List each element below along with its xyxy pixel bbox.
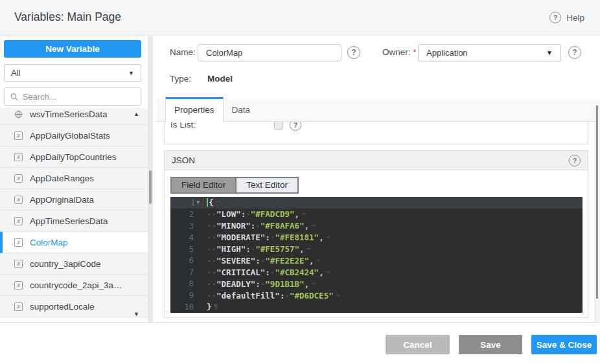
token-punct: : (251, 221, 256, 231)
content-scrollbar-thumb[interactable] (596, 106, 598, 299)
token-punct: : (241, 209, 246, 219)
json-code-editor[interactable]: 1▼{¬2··"LOW":·"#FADCD9",¬3··"MINOR":·"#F… (170, 197, 583, 313)
line-number: 2 (170, 209, 202, 220)
scroll-up-icon[interactable]: ▲ (133, 111, 139, 117)
tab-data[interactable]: Data (224, 99, 259, 122)
sidebar-item-AppDailyGlobalStats[interactable]: xAppDailyGlobalStats (0, 125, 148, 146)
save-button[interactable]: Save (459, 335, 522, 354)
line-number: 5 (170, 244, 202, 255)
sidebar-item-label: ColorMap (30, 238, 68, 247)
variable-list: wsvTimeSeriesDataxAppDailyGlobalStatsxAp… (0, 108, 148, 317)
token-brace: } (207, 302, 212, 312)
variable-icon: x (14, 238, 23, 247)
token-punct: , (305, 221, 310, 231)
action-footer: Cancel Save Save & Close (0, 322, 600, 364)
text-editor-button[interactable]: Text Editor (235, 178, 297, 192)
code-line-5[interactable]: 5··"HIGH":·"#FE5757",¬ (170, 244, 583, 255)
token-key: "defaultFill" (216, 291, 280, 301)
sidebar-item-countrycode_2api_3a[interactable]: xcountrycode_2api_3a… (0, 275, 148, 296)
token-ws: · (255, 221, 260, 231)
variable-icon: x (14, 174, 23, 183)
code-line-1[interactable]: 1▼{¬ (170, 197, 583, 209)
code-text: ··"defaultFill":·"#D6DCE5"¬ (202, 291, 340, 301)
globe-icon (14, 110, 23, 119)
content-scrollbar[interactable] (595, 106, 600, 322)
token-ws: ·· (207, 221, 216, 231)
line-number: 7 (170, 266, 202, 278)
code-line-6[interactable]: 6··"SEVERE":·"#FE2E2E",¬ (170, 255, 583, 266)
sidebar-item-label: supportedLocale (30, 302, 95, 312)
token-punct: : (265, 233, 270, 242)
cancel-button[interactable]: Cancel (386, 335, 450, 354)
sidebar-scrollbar[interactable] (148, 36, 153, 322)
token-mark: ¬ (326, 233, 330, 242)
sidebar-item-label: country_3apiCode (30, 259, 101, 269)
sidebar-item-ColorMap[interactable]: xColorMap (0, 232, 148, 253)
code-text: ··"MINOR":·"#F8AFA6",¬ (202, 221, 316, 231)
name-input[interactable] (198, 44, 341, 62)
field-editor-button[interactable]: Field Editor (172, 178, 235, 192)
is-list-help-icon[interactable]: ? (290, 122, 301, 131)
owner-select[interactable]: Application ▼ (418, 44, 561, 62)
code-line-4[interactable]: 4··"MODERATE":·"#FE8181",¬ (170, 232, 583, 244)
sidebar-item-supportedLocale[interactable]: xsupportedLocale (0, 296, 148, 317)
variable-icon: x (14, 131, 23, 140)
variable-filter-dropdown[interactable]: All ▼ (4, 64, 141, 82)
sidebar-item-AppOriginalData[interactable]: xAppOriginalData (0, 189, 148, 210)
search-icon (10, 93, 18, 101)
token-ws: · (260, 279, 266, 289)
variable-icon: x (14, 153, 23, 161)
name-help-icon[interactable]: ? (347, 46, 360, 59)
sidebar-item-label: AppDailyTopCountries (30, 152, 117, 162)
token-ws: ·· (207, 267, 216, 277)
line-number: 10 (170, 301, 202, 313)
scroll-down-icon[interactable]: ▼ (133, 311, 139, 317)
code-line-10[interactable]: 10}¶ (170, 301, 583, 313)
save-and-close-button[interactable]: Save & Close (531, 335, 597, 354)
page-title: Variables: Main Page (14, 10, 121, 24)
code-line-8[interactable]: 8··"DEADLY":·"9D1B1B",¬ (170, 278, 583, 290)
token-punct: : (246, 244, 251, 254)
token-ws: · (270, 233, 275, 242)
owner-help-icon[interactable]: ? (568, 46, 581, 59)
token-punct: , (319, 267, 324, 277)
token-punct: , (295, 209, 300, 219)
sidebar-scrollbar-thumb[interactable] (149, 170, 152, 204)
sidebar-item-AppDailyTopCountries[interactable]: xAppDailyTopCountries (0, 146, 148, 168)
sidebar-item-AppTimeSeriesData[interactable]: xAppTimeSeriesData (0, 210, 148, 232)
owner-label: Owner:* (382, 44, 417, 61)
search-input[interactable] (23, 92, 135, 102)
variable-icon: x (14, 196, 23, 204)
sidebar-item-AppDateRanges[interactable]: xAppDateRanges (0, 168, 148, 189)
text-caret (207, 198, 208, 207)
code-line-3[interactable]: 3··"MINOR":·"#F8AFA6",¬ (170, 220, 583, 232)
sidebar-item-country_3apiCode[interactable]: xcountry_3apiCode (0, 253, 148, 275)
variables-editor-window: Variables: Main Page ? Help New Variable… (0, 0, 600, 364)
is-list-panel: Is List: ? (164, 122, 588, 144)
code-text: }¶ (202, 302, 218, 312)
code-line-7[interactable]: 7··"CRITICAL":·"#CB2424",¬ (170, 266, 583, 278)
chevron-down-icon: ▼ (546, 49, 553, 56)
token-mark: ¬ (306, 245, 311, 253)
tab-properties[interactable]: Properties (165, 97, 224, 122)
sidebar-item-wsvTimeSeriesData[interactable]: wsvTimeSeriesData (0, 108, 148, 125)
is-list-checkbox[interactable] (274, 122, 283, 130)
new-variable-button[interactable]: New Variable (4, 40, 141, 58)
token-punct: , (305, 279, 310, 289)
token-value: "#FE8181" (275, 233, 319, 242)
token-ws: · (246, 209, 251, 219)
code-line-2[interactable]: 2··"LOW":·"#FADCD9",¬ (170, 209, 583, 220)
token-value: "#FE2E2E" (265, 256, 309, 266)
help-button[interactable]: ? Help (549, 12, 584, 23)
editor-mode-switcher: Field EditorText Editor (170, 177, 299, 194)
json-help-icon[interactable]: ? (569, 155, 581, 166)
help-circle-icon: ? (549, 12, 561, 23)
code-text: ··"CRITICAL":·"#CB2424",¬ (202, 267, 330, 277)
fold-arrow-icon[interactable]: ▼ (196, 199, 200, 205)
token-punct: , (319, 233, 324, 242)
token-ws: ·· (207, 244, 216, 254)
code-line-9[interactable]: 9··"defaultFill":·"#D6DCE5"¬ (170, 290, 583, 301)
token-mark: ¬ (301, 210, 306, 218)
json-panel: JSON ? Field EditorText Editor 1▼{¬2··"L… (164, 150, 588, 318)
code-text: {¬ (202, 198, 220, 207)
